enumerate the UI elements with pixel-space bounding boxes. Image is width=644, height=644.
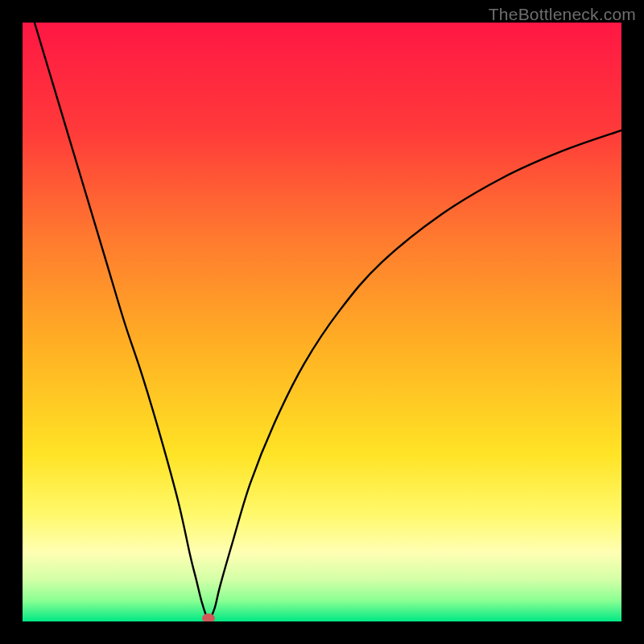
optimum-marker (202, 613, 215, 621)
bottleneck-curve (23, 23, 621, 621)
plot-area (23, 23, 621, 621)
chart-frame: TheBottleneck.com (0, 0, 644, 644)
watermark-text: TheBottleneck.com (489, 5, 636, 24)
